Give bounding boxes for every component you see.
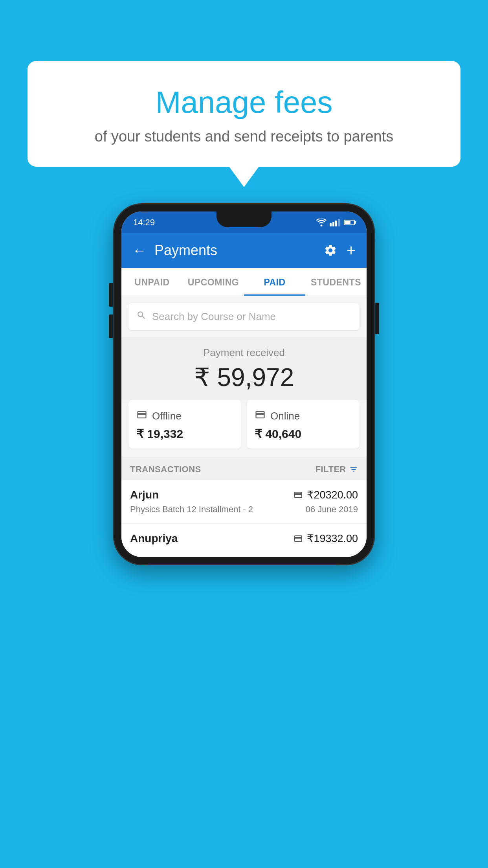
online-card-header: Online — [255, 409, 352, 423]
speech-bubble-subtitle: of your students and send receipts to pa… — [51, 128, 437, 145]
transaction-amount-arjun: ₹20320.00 — [307, 489, 358, 501]
settings-icon[interactable] — [324, 244, 337, 257]
transaction-amount-wrap-anupriya: ₹19332.00 — [294, 532, 358, 545]
tab-paid[interactable]: PAID — [244, 268, 305, 296]
offline-mode-icon — [294, 534, 303, 543]
transaction-name-arjun: Arjun — [130, 489, 159, 501]
payment-cards-row: Offline ₹ 19,332 Online ₹ 40,640 — [121, 400, 367, 457]
status-time: 14:29 — [133, 217, 155, 228]
search-placeholder: Search by Course or Name — [152, 311, 276, 323]
phone-frame: 14:29 — [114, 204, 374, 564]
online-payment-card: Online ₹ 40,640 — [247, 400, 360, 449]
card-mode-icon — [294, 490, 303, 500]
tab-unpaid[interactable]: UNPAID — [121, 268, 183, 296]
status-icons — [316, 219, 355, 226]
battery-icon — [344, 220, 355, 225]
transaction-name-anupriya: Anupriya — [130, 532, 178, 545]
offline-card-type: Offline — [152, 410, 182, 422]
speech-bubble-title: Manage fees — [51, 85, 437, 120]
tabs-bar: UNPAID UPCOMING PAID STUDENTS — [121, 268, 367, 296]
speech-bubble: Manage fees of your students and send re… — [28, 61, 460, 167]
status-bar: 14:29 — [121, 211, 367, 233]
signal-icon — [330, 219, 340, 226]
search-bar[interactable]: Search by Course or Name — [128, 303, 360, 330]
transaction-amount-wrap-arjun: ₹20320.00 — [294, 489, 358, 501]
filter-label: FILTER — [316, 464, 346, 474]
transaction-amount-anupriya: ₹19332.00 — [307, 532, 358, 545]
online-card-type: Online — [270, 410, 300, 422]
offline-icon — [136, 409, 147, 423]
transaction-row[interactable]: Arjun ₹20320.00 Physics Batch 12 Install… — [121, 480, 367, 524]
transaction-top-row-arjun: Arjun ₹20320.00 — [130, 489, 358, 501]
transaction-course-arjun: Physics Batch 12 Installment - 2 — [130, 504, 253, 515]
transaction-row-anupriya[interactable]: Anupriya ₹19332.00 — [121, 524, 367, 557]
offline-card-header: Offline — [136, 409, 233, 423]
tab-students[interactable]: STUDENTS — [305, 268, 367, 296]
filter-button[interactable]: FILTER — [316, 464, 358, 474]
offline-payment-card: Offline ₹ 19,332 — [128, 400, 241, 449]
transaction-bottom-row-arjun: Physics Batch 12 Installment - 2 06 June… — [130, 504, 358, 515]
transactions-header: TRANSACTIONS FILTER — [121, 457, 367, 480]
phone-screen: 14:29 — [121, 211, 367, 557]
offline-card-amount: ₹ 19,332 — [136, 427, 233, 441]
app-bar-title: Payments — [154, 242, 324, 259]
phone-notch — [216, 211, 272, 227]
transaction-date-arjun: 06 June 2019 — [306, 504, 358, 515]
phone-container: 14:29 — [114, 204, 374, 564]
app-bar-actions: + — [324, 242, 356, 259]
payment-received-section: Payment received ₹ 59,972 — [121, 337, 367, 400]
wifi-icon — [316, 219, 327, 226]
add-button[interactable]: + — [347, 242, 356, 259]
tab-upcoming[interactable]: UPCOMING — [183, 268, 244, 296]
speech-bubble-container: Manage fees of your students and send re… — [28, 61, 460, 167]
online-icon — [255, 409, 266, 423]
filter-icon — [349, 465, 358, 474]
transactions-label: TRANSACTIONS — [130, 464, 201, 474]
transaction-top-row-anupriya: Anupriya ₹19332.00 — [130, 532, 358, 545]
online-card-amount: ₹ 40,640 — [255, 427, 352, 441]
back-button[interactable]: ← — [132, 242, 147, 259]
search-icon — [136, 310, 147, 323]
payment-received-amount: ₹ 59,972 — [121, 363, 367, 392]
app-bar: ← Payments + — [121, 233, 367, 268]
payment-received-label: Payment received — [121, 347, 367, 359]
